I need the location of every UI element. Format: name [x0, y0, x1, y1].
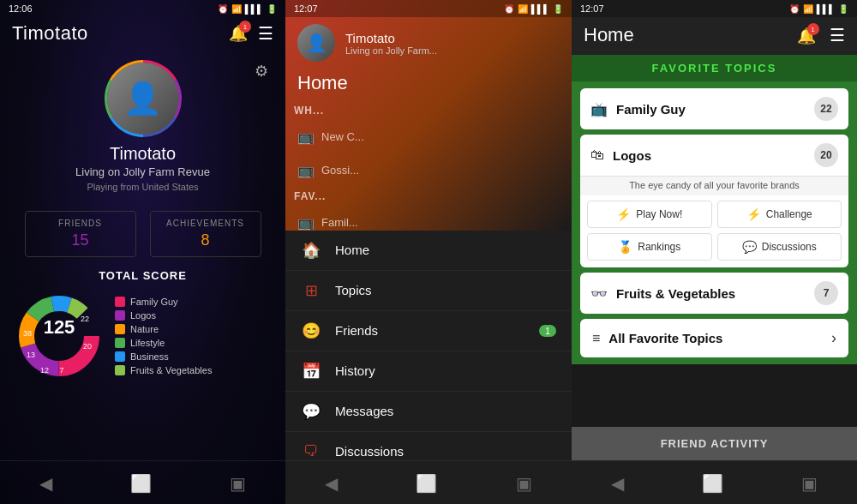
- total-score-section: TOTAL SCORE 125 38 22 20 7: [0, 257, 285, 383]
- topics-overlay: WH... 📺 New C... 📺 Gossi... FAV... 📺 Fam…: [285, 101, 572, 231]
- list-icon-all-fav: ≡: [592, 331, 600, 346]
- menu-item-home[interactable]: 🏠 Home: [285, 231, 572, 271]
- discussions-button[interactable]: 💬 Discussions: [717, 233, 842, 261]
- menu-home: Home: [335, 243, 556, 257]
- family-guy-header: 📺 Family Guy 22: [580, 88, 848, 129]
- recent-button-2[interactable]: ▣: [502, 470, 546, 497]
- battery-icon: 🔋: [267, 4, 277, 14]
- back-button-2[interactable]: ◀: [311, 470, 351, 497]
- header-icons-1: 🔔 1 ☰: [229, 23, 273, 44]
- back-button-3[interactable]: ◀: [597, 470, 638, 497]
- settings-icon[interactable]: ⚙: [255, 62, 268, 81]
- menu-item-discussions[interactable]: 🗨 Discussions: [285, 432, 572, 461]
- menu-item-messages[interactable]: 💬 Messages: [285, 392, 572, 432]
- topic-family[interactable]: 📺 Famil...: [285, 206, 572, 231]
- fruits-icon: 👓: [590, 285, 608, 302]
- alarm-icon-2: ⏰: [504, 4, 514, 14]
- legend-dot-fruits: [115, 365, 125, 375]
- menu-subtitle: Living on Jolly Farm...: [345, 45, 560, 56]
- topic-new[interactable]: 📺 New C...: [285, 120, 572, 153]
- menu-item-friends[interactable]: 😊 Friends 1: [285, 311, 572, 351]
- fruits-card[interactable]: 👓 Fruits & Vegetables 7: [580, 273, 848, 314]
- discussions-icon-btn: 💬: [742, 240, 757, 254]
- home-button-1[interactable]: ⬜: [117, 470, 165, 497]
- legend-label-business: Business: [130, 351, 169, 362]
- donut-chart: 125 38 22 20 7 12 13: [12, 289, 106, 383]
- play-now-icon: ⚡: [616, 207, 631, 221]
- status-time-1: 12:06: [9, 3, 33, 14]
- recent-button-3[interactable]: ▣: [788, 470, 831, 497]
- username-label: Timotato: [110, 144, 176, 164]
- legend-family-guy: Family Guy: [115, 297, 212, 307]
- messages-icon: 💬: [301, 402, 321, 421]
- friends-stat[interactable]: FRIENDS 15: [25, 211, 136, 257]
- status-icons-3: ⏰ 📶 ▌▌▌ 🔋: [789, 4, 848, 14]
- fruits-header: 👓 Fruits & Vegetables 7: [580, 273, 848, 314]
- all-favorite-topics-row[interactable]: ≡ All Favorite Topics ›: [580, 319, 848, 357]
- status-bar-2: 12:07 ⏰ 📶 ▌▌▌ 🔋: [285, 0, 572, 17]
- legend-label-fruits: Fruits & Vegetables: [130, 365, 212, 375]
- status-icons-1: ⏰ 📶 ▌▌▌ 🔋: [218, 4, 277, 14]
- svg-text:38: 38: [23, 329, 32, 338]
- wifi-icon-3: 📶: [803, 4, 813, 14]
- profile-panel: 12:06 ⏰ 📶 ▌▌▌ 🔋 Timotato 🔔 1 ☰ ⚙: [0, 0, 285, 504]
- achievements-value: 8: [154, 231, 257, 249]
- notification-button[interactable]: 🔔 1: [229, 24, 248, 43]
- legend-dot-family-guy: [115, 297, 125, 307]
- discussions-label: Discussions: [762, 241, 817, 253]
- menu-header-info: Timotato Living on Jolly Farm...: [345, 31, 560, 56]
- logos-expanded: The eye candy of all your favorite brand…: [580, 176, 848, 267]
- hamburger-icon[interactable]: ☰: [258, 23, 273, 44]
- family-label: Famil...: [321, 216, 358, 229]
- friend-activity-title: FRIEND ACTIVITY: [584, 437, 845, 450]
- tv-icon-gossip: 📺: [297, 162, 315, 178]
- menu-item-topics[interactable]: ⊞ Topics: [285, 271, 572, 311]
- fruits-count: 7: [814, 281, 838, 305]
- rankings-label: Rankings: [638, 241, 680, 253]
- family-guy-card[interactable]: 📺 Family Guy 22: [580, 88, 848, 129]
- avatar: 👤: [107, 63, 179, 135]
- all-fav-arrow-icon: ›: [831, 329, 836, 347]
- friends-badge: 1: [539, 325, 556, 337]
- notification-badge: 1: [239, 21, 251, 33]
- recent-button-1[interactable]: ▣: [216, 470, 260, 497]
- challenge-button[interactable]: ⚡ Challenge: [717, 201, 842, 228]
- rankings-button[interactable]: 🏅 Rankings: [587, 233, 712, 261]
- fav-label-menu: FAV...: [285, 187, 572, 206]
- play-now-label: Play Now!: [636, 208, 682, 220]
- logos-count: 20: [814, 143, 838, 167]
- legend-business: Business: [115, 351, 212, 362]
- friend-activity-bar: FRIEND ACTIVITY: [572, 427, 857, 460]
- home-header: Home 🔔 1 ☰: [572, 17, 857, 55]
- achievements-label: ACHIEVEMENTS: [154, 219, 257, 228]
- logos-icon: 🛍: [590, 147, 604, 163]
- home-icon: 🏠: [301, 241, 321, 260]
- alarm-icon: ⏰: [218, 4, 228, 14]
- avatar-section: ⚙ 👤 Timotato Living on Jolly Farm Revue …: [0, 53, 285, 201]
- home-button-3[interactable]: ⬜: [688, 470, 737, 497]
- home-notification[interactable]: 🔔 1: [797, 27, 816, 45]
- svg-text:125: 125: [44, 316, 75, 338]
- menu-discussions: Discussions: [335, 444, 556, 459]
- topics-icon: ⊞: [301, 281, 321, 300]
- tv-icon-new: 📺: [297, 129, 315, 145]
- logos-card[interactable]: 🛍 Logos 20 The eye candy of all your fav…: [580, 135, 848, 267]
- legend-lifestyle: Lifestyle: [115, 338, 212, 348]
- logos-tagline: The eye candy of all your favorite brand…: [580, 177, 848, 195]
- topic-gossip[interactable]: 📺 Gossi...: [285, 153, 572, 187]
- status-time-2: 12:07: [294, 3, 318, 14]
- battery-icon-3: 🔋: [838, 4, 848, 14]
- home-button-2[interactable]: ⬜: [402, 470, 451, 497]
- menu-friends: Friends: [335, 323, 525, 338]
- menu-panel: 12:07 ⏰ 📶 ▌▌▌ 🔋 👤 Timotato Living on Jol…: [285, 0, 572, 504]
- user-location: Playing from United States: [87, 182, 198, 192]
- home-badge: 1: [807, 23, 819, 35]
- bottom-nav-3: ◀ ⬜ ▣: [572, 460, 857, 504]
- home-hamburger-icon[interactable]: ☰: [830, 26, 845, 45]
- play-now-button[interactable]: ⚡ Play Now!: [587, 201, 712, 228]
- back-button-1[interactable]: ◀: [26, 470, 66, 497]
- achievements-stat[interactable]: ACHIEVEMENTS 8: [150, 211, 261, 257]
- menu-item-history[interactable]: 📅 History: [285, 351, 572, 392]
- signal-icon: ▌▌▌: [245, 4, 263, 14]
- family-guy-count: 22: [814, 97, 838, 121]
